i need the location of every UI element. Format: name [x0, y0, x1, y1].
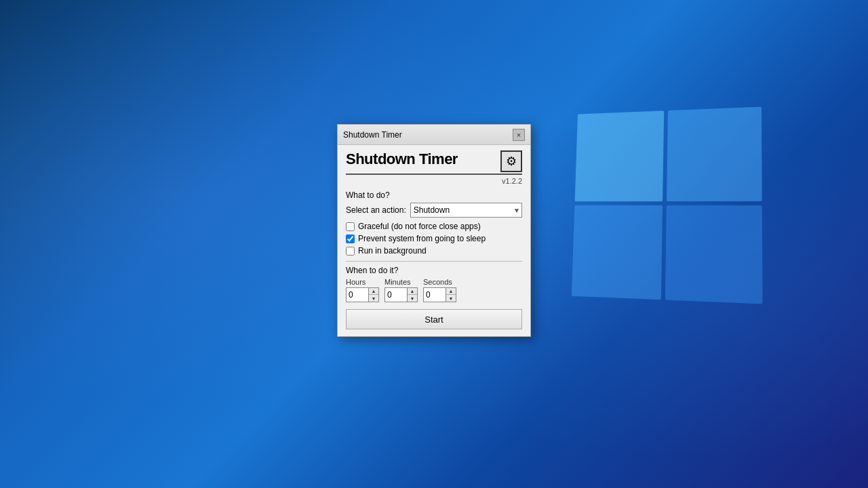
hours-input[interactable]	[347, 288, 368, 302]
seconds-spinner: ▲ ▼	[423, 287, 456, 302]
action-label: Select an action:	[346, 205, 406, 215]
app-title: Shutdown Timer	[346, 150, 458, 168]
title-divider	[346, 174, 522, 175]
action-select-wrapper: Shutdown Restart Sleep Hibernate Log Off…	[410, 203, 522, 218]
app-header: Shutdown Timer ⚙	[346, 150, 522, 172]
minutes-spinner: ▲ ▼	[384, 287, 418, 302]
seconds-input[interactable]	[424, 288, 446, 302]
checkbox-background[interactable]	[346, 247, 355, 256]
checkbox-prevent-sleep[interactable]	[346, 235, 355, 243]
seconds-spinner-buttons: ▲ ▼	[446, 288, 456, 302]
minutes-spinner-buttons: ▲ ▼	[407, 288, 417, 302]
gear-icon: ⚙	[506, 154, 517, 169]
action-select[interactable]: Shutdown Restart Sleep Hibernate Log Off…	[410, 203, 522, 218]
hours-spinner: ▲ ▼	[346, 287, 379, 302]
hours-down-button[interactable]: ▼	[369, 295, 378, 302]
checkbox-prevent-sleep-label[interactable]: Prevent system from going to sleep	[358, 234, 486, 243]
hours-spinner-buttons: ▲ ▼	[368, 288, 378, 302]
version-text: v1.2.2	[346, 177, 522, 185]
what-section-label: What to do?	[346, 190, 522, 200]
title-bar-text: Shutdown Timer	[343, 130, 402, 140]
time-controls: Hours ▲ ▼ Minutes	[346, 278, 522, 302]
shutdown-timer-dialog: Shutdown Timer × Shutdown Timer ⚙ v1.2.2…	[337, 124, 531, 337]
dialog-body: Shutdown Timer ⚙ v1.2.2 What to do? Sele…	[338, 145, 530, 336]
settings-button[interactable]: ⚙	[500, 150, 522, 172]
title-bar: Shutdown Timer ×	[338, 125, 530, 145]
minutes-group: Minutes ▲ ▼	[384, 278, 418, 302]
checkbox-background-row: Run in background	[346, 246, 522, 256]
dialog-overlay: Shutdown Timer × Shutdown Timer ⚙ v1.2.2…	[0, 0, 868, 488]
seconds-label: Seconds	[423, 278, 452, 286]
desktop: Shutdown Timer × Shutdown Timer ⚙ v1.2.2…	[0, 0, 868, 488]
checkbox-graceful-label[interactable]: Graceful (do not force close apps)	[358, 222, 481, 231]
checkbox-background-label[interactable]: Run in background	[358, 246, 427, 256]
section-divider	[346, 261, 522, 262]
hours-up-button[interactable]: ▲	[369, 288, 378, 295]
checkbox-graceful[interactable]	[346, 222, 355, 231]
close-icon: ×	[517, 131, 521, 139]
minutes-label: Minutes	[384, 278, 411, 286]
minutes-input[interactable]	[385, 288, 407, 302]
checkbox-graceful-row: Graceful (do not force close apps)	[346, 222, 522, 231]
when-section: When to do it? Hours ▲ ▼	[346, 266, 522, 302]
when-section-label: When to do it?	[346, 266, 522, 275]
seconds-group: Seconds ▲ ▼	[423, 278, 456, 302]
minutes-up-button[interactable]: ▲	[408, 288, 417, 295]
minutes-down-button[interactable]: ▼	[408, 295, 417, 302]
checkbox-prevent-sleep-row: Prevent system from going to sleep	[346, 234, 522, 243]
close-button[interactable]: ×	[513, 129, 525, 141]
action-row: Select an action: Shutdown Restart Sleep…	[346, 203, 522, 218]
hours-label: Hours	[346, 278, 366, 286]
hours-group: Hours ▲ ▼	[346, 278, 379, 302]
seconds-up-button[interactable]: ▲	[446, 288, 456, 295]
seconds-down-button[interactable]: ▼	[446, 295, 456, 302]
start-button-row: Start	[346, 309, 522, 329]
start-button[interactable]: Start	[346, 309, 522, 329]
